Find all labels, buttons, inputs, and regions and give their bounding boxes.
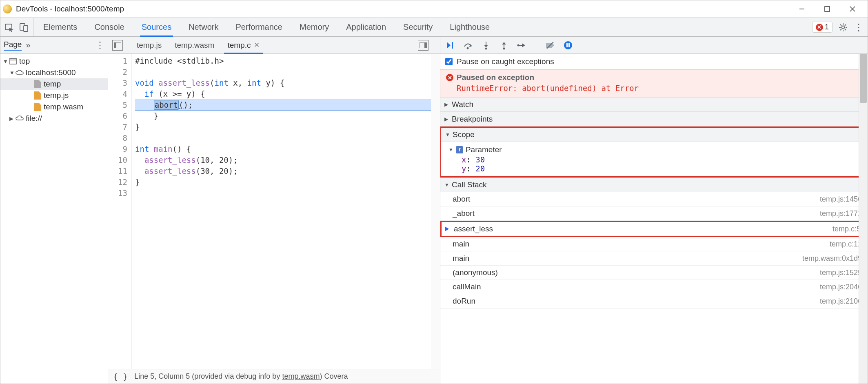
call-stack-frame[interactable]: assert_lesstemp.c:5 (440, 221, 868, 237)
step-over-icon[interactable] (462, 40, 474, 51)
editor-tab[interactable]: temp.js (130, 37, 168, 53)
watch-section-header[interactable]: ▶Watch (440, 97, 868, 112)
code-editor[interactable]: 12345678910111213 #include <stdlib.h> vo… (108, 54, 440, 369)
tree-node-file[interactable]: temp.wasm (0, 101, 108, 113)
tree-node-top[interactable]: ▼ top (0, 55, 108, 67)
frame-function: _abort (453, 209, 820, 218)
navigator-panel: Page » ⋮ ▼ top ▼ localhost:5000 temp t (0, 37, 108, 384)
debugger-scrollbar[interactable] (859, 54, 868, 384)
devtools-tab-console[interactable]: Console (93, 18, 126, 36)
call-stack-frame[interactable]: doRuntemp.js:2106 (440, 294, 868, 309)
code-line[interactable]: abort(); (135, 100, 440, 111)
call-stack-frame[interactable]: callMaintemp.js:2046 (440, 280, 868, 294)
code-line[interactable]: void assert_less(int x, int y) { (135, 78, 440, 89)
call-stack-frame[interactable]: maintemp.wasm:0x1d9 (440, 251, 868, 266)
editor-tab[interactable]: temp.wasm (168, 37, 221, 53)
resume-icon[interactable] (444, 40, 456, 51)
step-out-icon[interactable] (498, 40, 510, 51)
error-icon: ✕ (446, 74, 453, 81)
frame-location: temp.c:5 (832, 225, 861, 233)
pause-on-caught-checkbox[interactable] (445, 58, 453, 65)
scope-variable[interactable]: x: 30 (446, 155, 861, 164)
devtools-tab-application[interactable]: Application (344, 18, 388, 36)
tree-node-file[interactable]: temp (0, 78, 108, 90)
devtools-tab-lighthouse[interactable]: Lighthouse (448, 18, 491, 36)
tree-node-origin[interactable]: ▼ localhost:5000 (0, 67, 108, 78)
devtools-favicon (3, 4, 12, 13)
window-title: DevTools - localhost:5000/temp (16, 4, 789, 13)
navigator-tab-page[interactable]: Page (4, 40, 22, 51)
devtools-tab-sources[interactable]: Sources (140, 18, 173, 36)
code-line[interactable]: int main() { (135, 144, 440, 155)
frame-location: temp.js:1771 (820, 209, 862, 218)
scope-section-header[interactable]: ▼Scope (441, 128, 866, 142)
settings-icon[interactable] (838, 22, 848, 32)
deactivate-breakpoints-icon[interactable] (544, 40, 556, 51)
callstack-section-header[interactable]: ▼Call Stack (440, 178, 868, 192)
call-stack-frame[interactable]: maintemp.c:11 (440, 237, 868, 251)
device-toolbar-icon[interactable] (18, 22, 30, 33)
svg-rect-39 (568, 43, 570, 47)
scope-variable[interactable]: y: 20 (446, 164, 861, 173)
scope-group-parameter[interactable]: ▼ f Parameter (446, 144, 861, 155)
devtools-tab-security[interactable]: Security (402, 18, 434, 36)
editor-tabstrip: temp.jstemp.wasmtemp.c✕ (108, 37, 440, 54)
code-line[interactable]: if (x >= y) { (135, 89, 440, 100)
window-titlebar: DevTools - localhost:5000/temp (0, 0, 868, 18)
devtools-tab-network[interactable]: Network (187, 18, 220, 36)
cloud-icon (15, 115, 24, 121)
cursor-position: Line 5, Column 5 (134, 372, 190, 380)
tree-label: temp (44, 80, 61, 89)
error-count-badge[interactable]: ✕ 1 (812, 22, 832, 33)
step-into-icon[interactable] (480, 40, 492, 51)
tree-label: temp.wasm (44, 102, 83, 111)
tree-node-file-scheme[interactable]: ▶ file:// (0, 113, 108, 124)
inspect-element-icon[interactable] (4, 22, 15, 33)
navigator-menu-icon[interactable]: ⋮ (95, 40, 104, 51)
code-line[interactable] (135, 67, 440, 78)
toggle-debugger-icon[interactable] (418, 40, 428, 51)
debug-info-link[interactable]: temp.wasm (282, 372, 320, 380)
debug-info-suffix: ) Covera (320, 372, 348, 380)
devtools-tab-performance[interactable]: Performance (234, 18, 284, 36)
editor-scrollbar[interactable] (431, 54, 440, 369)
step-icon[interactable] (516, 40, 528, 51)
code-line[interactable]: #include <stdlib.h> (135, 55, 440, 67)
tree-label: file:// (26, 114, 42, 123)
devtools-tab-elements[interactable]: Elements (42, 18, 79, 36)
call-stack-frame[interactable]: aborttemp.js:1456 (440, 192, 868, 206)
tree-node-file[interactable]: temp.js (0, 90, 108, 101)
code-line[interactable]: } (135, 177, 440, 188)
call-stack-frame[interactable]: _aborttemp.js:1771 (440, 206, 868, 221)
editor-tab[interactable]: temp.c✕ (221, 37, 266, 53)
svg-rect-23 (452, 42, 453, 49)
tree-label: top (19, 57, 30, 66)
code-line[interactable]: } (135, 122, 440, 133)
breakpoints-section-header[interactable]: ▶Breakpoints (440, 112, 868, 127)
pause-on-exceptions-icon[interactable] (562, 40, 574, 51)
kebab-menu-icon[interactable]: ⋮ (854, 22, 864, 33)
frame-function: main (453, 240, 830, 249)
window-close-button[interactable] (840, 0, 865, 18)
code-line[interactable]: assert_less(10, 20); (135, 155, 440, 166)
svg-marker-33 (522, 43, 525, 47)
devtools-tab-memory[interactable]: Memory (298, 18, 331, 36)
code-line[interactable]: assert_less(30, 20); (135, 166, 440, 177)
toggle-navigator-icon[interactable] (112, 40, 123, 51)
pretty-print-icon[interactable]: { } (113, 372, 128, 382)
svg-rect-38 (566, 43, 568, 47)
svg-rect-16 (10, 58, 16, 64)
pause-on-caught-row[interactable]: Pause on caught exceptions (440, 54, 868, 69)
frame-location: temp.js:1456 (820, 195, 862, 204)
section-label: Call Stack (452, 180, 487, 189)
call-stack-frame[interactable]: (anonymous)temp.js:1525 (440, 266, 868, 280)
window-minimize-button[interactable] (789, 0, 815, 18)
window-maximize-button[interactable] (815, 0, 840, 18)
scope-highlight-box: ▼Scope ▼ f Parameter x: 30y: 20 (440, 127, 868, 178)
close-icon[interactable]: ✕ (254, 41, 260, 49)
code-line[interactable]: } (135, 111, 440, 122)
code-line[interactable] (135, 188, 440, 199)
code-line[interactable] (135, 133, 440, 144)
frame-location: temp.wasm:0x1d9 (802, 254, 862, 263)
navigator-more-tabs[interactable]: » (26, 40, 30, 50)
